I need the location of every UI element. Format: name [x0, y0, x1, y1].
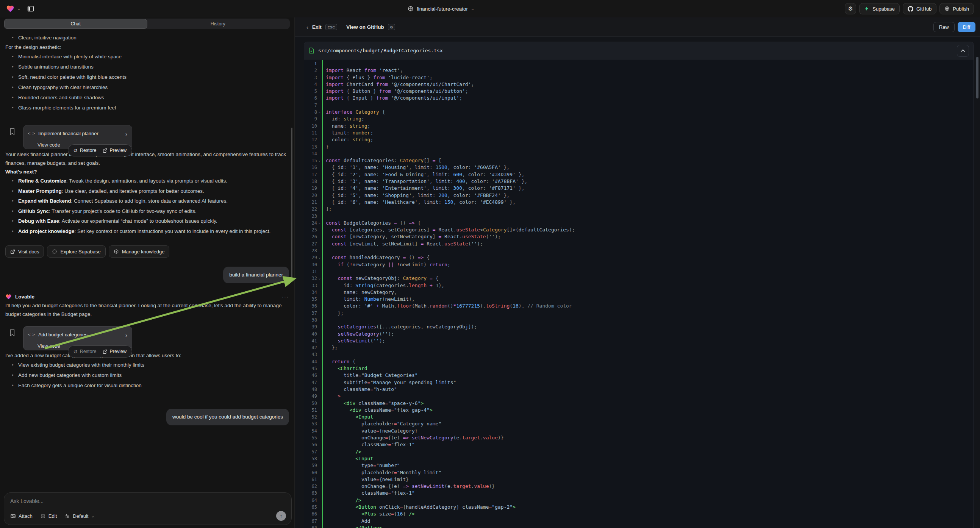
lovable-logo-icon[interactable] [6, 5, 14, 13]
code-line: 9 id: string; [304, 116, 974, 122]
gear-icon: ⚙ [848, 5, 853, 12]
attach-button[interactable]: Attach [10, 513, 33, 519]
diff-button[interactable]: Diff [958, 22, 975, 32]
design-heading: For the design aesthetic: [5, 43, 289, 51]
version-actions: ↺ Restore Preview [68, 345, 132, 358]
more-menu-icon[interactable]: ··· [282, 293, 289, 301]
code-line: 54 value={newCategory} [304, 428, 974, 434]
code-line: 47 subtitle="Manage your spending limits… [304, 379, 974, 386]
sidebar-toggle-icon[interactable] [27, 5, 35, 13]
sliders-icon [64, 513, 70, 519]
chat-scrollbar[interactable] [291, 128, 293, 282]
user-message: build a financial planner [223, 267, 289, 283]
code-line: 38 [304, 316, 974, 323]
view-on-github-button[interactable]: View on GitHub G [337, 24, 395, 30]
code-line: 1 [304, 60, 974, 67]
added-bullet-list: View existing budget categories with the… [5, 360, 289, 391]
manage-knowledge-label: Manage knowledge [122, 247, 165, 256]
code-line: 2import React from 'react'; [304, 67, 974, 74]
list-item: Rounded corners and subtle shadows [18, 92, 289, 103]
list-item: Soft, neutral color palette with light b… [18, 72, 289, 82]
code-scrollbar[interactable] [976, 57, 978, 99]
project-switcher[interactable]: financial-future-creator ⌄ [407, 0, 474, 17]
github-button[interactable]: GitHub [903, 3, 936, 14]
send-button[interactable]: ↑ [276, 511, 286, 521]
assistant-header: Lovable ··· [5, 293, 289, 301]
topbar: ⌄ financial-future-creator ⌄ ⚙ Supabase [0, 0, 980, 17]
preview-button[interactable]: Preview [103, 146, 127, 155]
version-card-implement-financial-planner[interactable]: < > Implement financial planner › View c… [23, 125, 132, 149]
code-toolbar: ‹ Exit ESC View on GitHub G Raw Diff [295, 17, 980, 37]
chat-input[interactable]: Ask Lovable... [10, 498, 285, 504]
code-line: 14 [304, 150, 974, 157]
code-line: 31 [304, 268, 974, 275]
visit-docs-button[interactable]: Visit docs [5, 245, 44, 258]
version-card-add-budget-categories[interactable]: < > Add budget categories › View code ↺ … [23, 326, 132, 350]
explore-supabase-button[interactable]: Explore Supabase [47, 245, 105, 258]
code-line: 63 className="flex-1" [304, 490, 974, 496]
bookmark-icon[interactable] [10, 329, 15, 336]
code-lines[interactable]: 12import React from 'react';3import { Pl… [304, 59, 974, 528]
manage-knowledge-button[interactable]: Manage knowledge [109, 245, 170, 258]
whats-next-heading: What's next? [5, 167, 289, 176]
publish-button[interactable]: Publish [939, 3, 974, 14]
restore-button[interactable]: ↺ Restore [73, 146, 97, 155]
mode-selector[interactable]: Default ⌄ [64, 513, 94, 519]
code-line: 39 setCategories([...categories, newCate… [304, 323, 974, 330]
edit-button[interactable]: Edit [40, 513, 57, 519]
g-key-badge: G [388, 24, 395, 30]
package-icon [114, 249, 119, 254]
chat-panel: Chat History Clean, intuitive navigation… [0, 17, 295, 528]
code-line: 10 name: string; [304, 123, 974, 130]
publish-globe-icon [944, 6, 950, 11]
code-line: 19 { id: '4', name: 'Entertainment', lim… [304, 185, 974, 192]
external-link-icon [103, 349, 108, 354]
list-item: Debug with Ease: Activate our experiment… [18, 216, 289, 226]
chevron-down-icon: ⌄ [91, 514, 94, 518]
list-item: GitHub Sync: Transfer your project's cod… [18, 207, 289, 217]
collapse-file-button[interactable] [957, 45, 969, 57]
list-item: Expand with Backend: Connect Supabase to… [18, 196, 289, 207]
chevron-down-icon: ⌄ [471, 6, 474, 11]
code-line: 25 const [categories, setCategories] = R… [304, 226, 974, 233]
exit-button[interactable]: ‹ Exit ESC [307, 24, 337, 30]
preview-label: Preview [110, 146, 127, 155]
code-line: 37 }; [304, 310, 974, 316]
raw-button[interactable]: Raw [934, 22, 955, 32]
code-line: 55 onChange={(e) => setNewCategory(e.tar… [304, 434, 974, 441]
settings-button[interactable]: ⚙ [845, 3, 856, 14]
tab-history[interactable]: History [147, 19, 290, 29]
code-line: 23 [304, 213, 974, 220]
code-line: 16 { id: '1', name: 'Housing', limit: 15… [304, 164, 974, 171]
composer: Ask Lovable... Attach Edit [4, 492, 292, 525]
code-line: 35 limit: Number(newLimit), [304, 296, 974, 303]
code-line: 6import { Input } from '@/components/ui/… [304, 95, 974, 102]
code-line: 30 if (!newCategory || !newLimit) return… [304, 261, 974, 268]
file-added-icon [309, 47, 314, 54]
file-header[interactable]: src/components/budget/BudgetCategories.t… [304, 42, 974, 59]
tab-chat[interactable]: Chat [5, 19, 147, 29]
code-line: 22]; [304, 206, 974, 213]
restore-button[interactable]: ↺ Restore [73, 347, 97, 356]
github-label: GitHub [916, 6, 932, 12]
bullet-list: Clean, intuitive navigation [5, 33, 289, 43]
preview-label: Preview [110, 347, 127, 356]
chevron-down-icon[interactable]: ⌄ [17, 6, 21, 11]
lovable-heart-icon [5, 294, 12, 300]
code-line: 46 title="Budget Categories" [304, 372, 974, 379]
code-line: 51 <div className="flex gap-4"> [304, 407, 974, 413]
project-name: financial-future-creator [417, 6, 468, 12]
bookmark-icon[interactable] [10, 128, 15, 135]
file-card: src/components/budget/BudgetCategories.t… [304, 42, 974, 528]
code-panel: ‹ Exit ESC View on GitHub G Raw Diff src… [295, 17, 980, 528]
target-icon [40, 513, 46, 519]
supabase-button[interactable]: Supabase [859, 3, 900, 14]
code-line: 43 [304, 351, 974, 358]
chat-message-list[interactable]: Clean, intuitive navigation For the desi… [0, 31, 294, 491]
image-icon [10, 513, 16, 519]
restore-icon: ↺ [73, 146, 78, 155]
view-on-github-label: View on GitHub [346, 24, 384, 30]
code-line: 36 color: '#' + Math.floor(Math.random()… [304, 303, 974, 309]
code-line: 49 > [304, 393, 974, 399]
preview-button[interactable]: Preview [103, 347, 127, 356]
